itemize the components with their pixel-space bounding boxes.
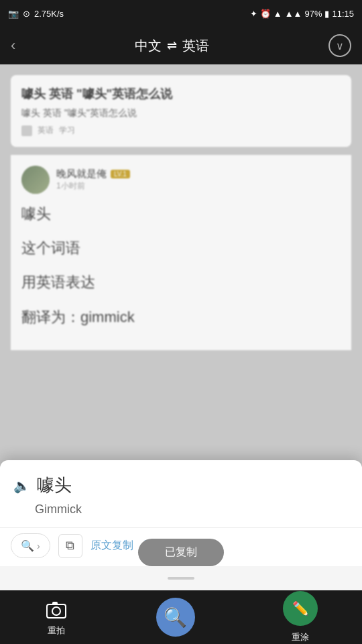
- camera-icon: 📷: [8, 9, 19, 19]
- time-display: 11:15: [332, 9, 354, 19]
- nav-bar: ‹ 中文 ⇌ 英语 ∨: [0, 27, 362, 64]
- signal-icon: ▲▲: [285, 9, 302, 19]
- status-left: 📷 ⊙ 2.75K/s: [8, 9, 64, 19]
- title-english: 英语: [182, 37, 209, 55]
- center-search-icon: 🔍: [164, 606, 187, 629]
- title-chinese: 中文: [135, 37, 162, 55]
- redraw-button[interactable]: ✏️: [283, 591, 318, 626]
- svg-point-1: [52, 607, 60, 615]
- battery-icon: ▮: [324, 9, 329, 19]
- dropdown-button[interactable]: ∨: [328, 34, 351, 57]
- copy-icon: ⧉: [66, 539, 74, 553]
- time-ago: 1小时前: [56, 180, 341, 192]
- alarm-icon: ⏰: [260, 9, 271, 19]
- retake-button[interactable]: 重拍: [44, 598, 68, 637]
- popup-panel: 🔈 噱头 Gimmick 🔍 › ⧉ 原文复制 译文复制: [0, 460, 362, 590]
- username: 晚风就是俺 LV.1: [56, 168, 341, 180]
- svg-rect-2: [52, 602, 58, 605]
- retake-label: 重拍: [48, 625, 65, 637]
- tag-english: 英语: [38, 125, 54, 136]
- copied-toast: 已复制: [138, 539, 224, 566]
- article-title: 噱头 英语 "噱头"英语怎么说: [21, 86, 341, 102]
- bluetooth-icon: ✦: [250, 9, 257, 19]
- answer-line1: 噱头: [21, 202, 341, 225]
- redraw-area: ✏️ 重涂 Ea: [283, 591, 318, 643]
- answer-line4: 翻译为：gimmick: [21, 305, 341, 329]
- popup-word: 噱头: [37, 474, 72, 497]
- redraw-label: 重涂: [292, 631, 309, 643]
- avatar: [21, 166, 50, 194]
- speaker-icon[interactable]: 🔈: [13, 478, 30, 494]
- article-tags: 英语 学习: [21, 125, 341, 136]
- copy-icon-button[interactable]: ⧉: [58, 534, 82, 558]
- wifi-icon: ▲: [274, 9, 282, 19]
- article-subtitle: 噱头 英语 "噱头"英语怎么说: [21, 107, 341, 119]
- answer-line3: 用英语表达: [21, 270, 341, 294]
- answer-section: 晚风就是俺 LV.1 1小时前 噱头 这个词语 用英语表达 翻译为：gimmic…: [11, 155, 351, 350]
- edit-icon: ✏️: [292, 600, 309, 616]
- back-button[interactable]: ‹: [11, 37, 15, 54]
- swap-icon: ⇌: [167, 38, 177, 53]
- bottom-bar: 重拍 🔍 ✏️ 重涂 Ea: [0, 590, 362, 644]
- notification-icon: ⊙: [23, 9, 30, 19]
- status-right: ✦ ⏰ ▲ ▲▲ 97% ▮ 11:15: [250, 9, 354, 19]
- popup-word-row: 🔈 噱头: [0, 460, 362, 502]
- network-speed: 2.75K/s: [34, 9, 64, 19]
- copy-original-button[interactable]: 原文复制: [90, 539, 133, 553]
- content-area: 噱头 英语 "噱头"英语怎么说 噱头 英语 "噱头"英语怎么说 英语 学习 晚风…: [0, 64, 362, 590]
- user-info: 晚风就是俺 LV.1 1小时前: [56, 168, 341, 192]
- battery-level: 97%: [304, 9, 322, 19]
- article-card: 噱头 英语 "噱头"英语怎么说 噱头 英语 "噱头"英语怎么说 英语 学习: [11, 75, 351, 147]
- level-badge: LV.1: [111, 170, 130, 178]
- nav-title: 中文 ⇌ 英语: [135, 37, 209, 55]
- answer-line2: 这个词语: [21, 236, 341, 260]
- chevron-down-icon: ∨: [336, 40, 344, 52]
- popup-handle-area: [0, 566, 362, 590]
- center-search-button[interactable]: 🔍: [156, 598, 195, 637]
- search-icon: 🔍: [21, 539, 34, 552]
- tag-study: 学习: [59, 125, 75, 136]
- search-arrow-icon: ›: [37, 541, 40, 551]
- retake-icon: [44, 598, 68, 622]
- handle-bar: [168, 577, 194, 580]
- tag-icon: [21, 125, 32, 136]
- popup-translation: Gimmick: [0, 502, 362, 527]
- user-row: 晚风就是俺 LV.1 1小时前: [21, 166, 341, 194]
- status-bar: 📷 ⊙ 2.75K/s ✦ ⏰ ▲ ▲▲ 97% ▮ 11:15: [0, 0, 362, 27]
- search-button[interactable]: 🔍 ›: [11, 533, 50, 558]
